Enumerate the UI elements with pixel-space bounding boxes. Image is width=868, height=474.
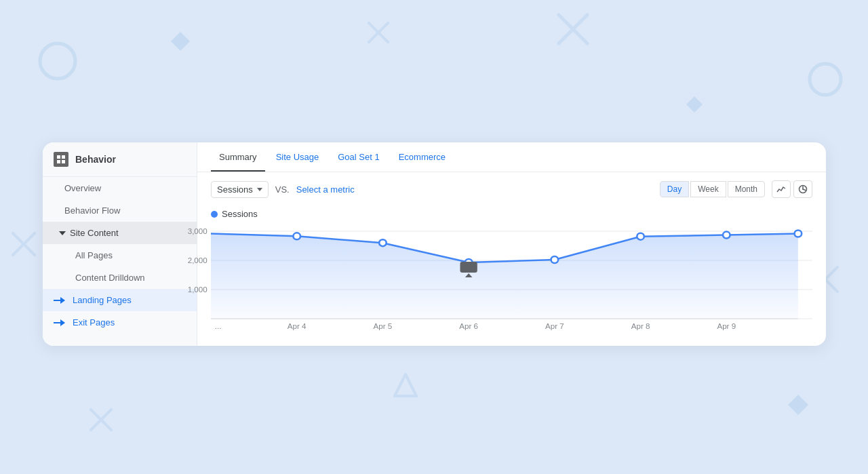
tab-goal-set-1[interactable]: Goal Set 1 [330,142,387,172]
deco-shape-bottom-center [393,373,418,397]
vs-label: VS. [275,184,290,195]
svg-line-10 [91,410,111,430]
deco-diamond-top [170,31,191,52]
svg-text:2,000: 2,000 [188,256,208,264]
time-btn-week[interactable]: Week [690,181,726,197]
svg-text:...: ... [215,322,222,330]
arrow-right-icon [54,296,67,304]
chart-area: 3,000 2,000 1,000 [197,224,826,346]
sidebar: Behavior Overview Behavior Flow Site Con… [43,142,197,346]
arrow-shaft [54,300,64,301]
svg-text:Apr 8: Apr 8 [631,322,650,330]
line-chart-icon [776,184,786,194]
chart-controls-right: Day Week Month [660,180,812,198]
tab-ecommerce[interactable]: Ecommerce [391,142,454,172]
svg-line-2 [369,23,388,42]
svg-point-0 [40,43,75,79]
tab-bar: Summary Site Usage Goal Set 1 Ecommerce [197,142,826,172]
svg-text:Apr 9: Apr 9 [717,322,736,330]
deco-x-bottom-left [88,407,114,433]
sidebar-item-content-drilldown[interactable]: Content Drilldown [43,266,197,289]
svg-rect-19 [62,160,65,163]
main-card: Behavior Overview Behavior Flow Site Con… [43,142,826,346]
svg-marker-31 [211,233,798,319]
sidebar-header: Behavior [43,142,197,177]
line-chart-btn[interactable] [772,180,791,198]
metric-dropdown[interactable]: Sessions [211,181,269,198]
chart-controls: Sessions VS. Select a metric Day Week Mo… [197,172,826,206]
svg-line-4 [559,15,587,43]
svg-text:1,000: 1,000 [188,285,208,294]
deco-circle-top-left [37,41,78,81]
svg-point-35 [551,256,559,263]
svg-rect-17 [62,155,65,159]
svg-line-9 [13,233,35,255]
deco-diamond-top-right [685,95,704,114]
sidebar-item-all-pages[interactable]: All Pages [43,244,197,266]
view-buttons [772,180,812,198]
sidebar-section-site-content[interactable]: Site Content [43,222,197,244]
pie-chart-icon [798,184,808,194]
chevron-down-icon [257,188,262,191]
svg-marker-13 [788,395,808,415]
deco-diamond-bottom-right [787,393,810,416]
svg-point-38 [795,231,802,237]
svg-point-32 [293,233,300,239]
sidebar-item-overview[interactable]: Overview [43,177,197,199]
deco-x-left [10,231,37,258]
sidebar-item-behavior-flow[interactable]: Behavior Flow [43,199,197,222]
arrow-right-icon-2 [54,319,67,327]
deco-x-top-right [556,12,590,46]
sessions-legend: Sessions [197,206,826,224]
time-btn-day[interactable]: Day [660,181,689,197]
svg-text:Apr 4: Apr 4 [288,322,307,330]
svg-text:Apr 7: Apr 7 [545,322,564,330]
svg-text:3,000: 3,000 [188,227,208,235]
svg-rect-47 [460,262,477,273]
sessions-label: Sessions [222,209,258,219]
svg-rect-18 [57,160,60,163]
svg-line-3 [369,23,388,42]
deco-circle-right [807,61,844,98]
time-btn-month[interactable]: Month [728,181,765,197]
svg-point-36 [637,233,644,240]
svg-text:Apr 5: Apr 5 [374,322,393,330]
behavior-icon [54,152,68,167]
svg-point-37 [723,232,730,239]
svg-point-33 [379,239,387,246]
svg-point-23 [802,189,804,190]
chart-controls-left: Sessions VS. Select a metric [211,181,355,198]
main-content: Summary Site Usage Goal Set 1 Ecommerce … [197,142,826,346]
tab-site-usage[interactable]: Site Usage [268,142,328,172]
svg-line-8 [13,233,35,255]
svg-rect-16 [57,155,60,159]
svg-point-7 [810,64,841,95]
sidebar-item-exit-pages[interactable]: Exit Pages [43,311,197,334]
svg-marker-1 [171,32,190,51]
sessions-dot [211,211,218,218]
sessions-chart: 3,000 2,000 1,000 [211,224,812,333]
svg-marker-12 [395,374,416,396]
expand-triangle-icon [59,231,66,235]
grid-icon [56,155,66,164]
svg-text:Apr 6: Apr 6 [459,322,478,330]
sidebar-item-landing-pages[interactable]: Landing Pages [43,289,197,311]
svg-marker-6 [686,96,703,113]
deco-x-top-center [366,20,391,45]
tab-summary[interactable]: Summary [211,142,265,172]
svg-line-5 [559,15,587,43]
select-metric-link[interactable]: Select a metric [296,184,355,195]
arrow-shaft-2 [54,322,64,323]
svg-line-11 [91,410,111,430]
sidebar-title: Behavior [75,154,116,165]
pie-chart-btn[interactable] [793,180,812,198]
